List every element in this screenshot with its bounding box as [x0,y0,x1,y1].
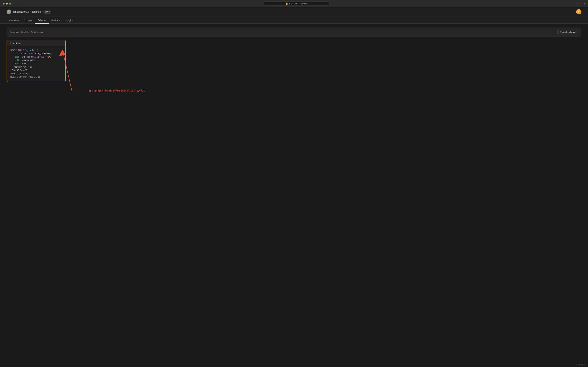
lock-icon: 🔒 [285,2,288,5]
grid-icon[interactable]: ⊞ [583,2,585,5]
tab-overview[interactable]: Overview [7,17,21,24]
tab-schema[interactable]: Schema [35,17,49,24]
close-btn[interactable] [3,3,5,5]
tab-console[interactable]: Console [21,17,35,24]
annotation-container: ⊞ mytable CREATE TABLE `mytable` ( `id` … [7,40,581,82]
nav-back-icon[interactable]: ‹ [14,2,15,5]
table-name: mytable [13,42,21,44]
nav-forward-icon[interactable]: › [17,2,17,5]
maximize-btn[interactable] [9,3,11,5]
sep1: / [30,10,31,13]
schema-card: ⊞ mytable CREATE TABLE `mytable` ( `id` … [7,40,66,82]
ddl-line-7: ) ENGINE InnoDB, [9,69,63,72]
breadcrumb: panpan190419 / psfirstdb / dev ▾ [12,10,51,14]
tab-insights[interactable]: Insights [63,17,76,24]
new-tab-icon[interactable]: + [580,2,581,5]
avatar[interactable]: P [576,9,581,14]
main-content: Schema last updated 2 minutes ago Refres… [0,24,588,361]
code-block: CREATE TABLE `mytable` ( `id` int NOT NU… [7,46,65,82]
schema-status-text: Schema last updated 2 minutes ago [10,31,44,33]
ddl-line-8: CHARSET utf8mb4, [9,72,63,75]
chevron-down-icon: ▾ [49,11,50,13]
annotation-text: 在 Schema 中即可查看到刚刚创建的表结构 [89,89,145,93]
ddl-line-3: `col1` int NOT NULL DEFAULT '1', [9,56,63,59]
ddl-line-1: CREATE TABLE `mytable` ( [9,49,63,52]
schema-card-header: ⊞ mytable [7,40,65,46]
branch-selector[interactable]: dev ▾ [43,10,51,14]
ddl-line-2: `id` int NOT NULL AUTO_INCREMENT, [9,52,63,55]
org-link[interactable]: panpan190419 [12,10,29,13]
watermark: CSDN @小... [576,363,586,366]
kw-create-table: CREATE TABLE [9,49,25,52]
share-icon[interactable]: ⬆ [576,2,578,5]
sep2: / [42,10,43,13]
browser-chrome: ‹ › 🔒 app.planetscale.com ⬆ + ⊞ [0,0,588,7]
ddl-line-5: `col3` date, [9,62,63,66]
svg-point-1 [8,11,9,12]
app-header: panpan190419 / psfirstdb / dev ▾ P [0,7,588,17]
window-controls [3,3,11,5]
table-icon: ⊞ [9,42,11,44]
logo[interactable] [7,9,11,14]
refresh-schema-button[interactable]: Refresh schema [557,30,578,34]
ddl-line-6: PRIMARY KEY (`id`) [9,66,63,69]
ddl-line-4: `col2` varchar(45), [9,59,63,62]
tab-backups[interactable]: Backups [49,17,63,24]
branch-name: dev [45,10,48,13]
ddl-line-9: COLLATE utf8mb4_0900_ai_ci; [9,75,63,79]
schema-status-bar: Schema last updated 2 minutes ago Refres… [7,27,581,37]
nav-tabs: Overview Console Schema Backups Insights [0,17,588,24]
address-bar[interactable]: 🔒 app.planetscale.com [264,1,330,6]
header-left: panpan190419 / psfirstdb / dev ▾ [7,9,51,14]
db-link[interactable]: psfirstdb [32,10,41,13]
minimize-btn[interactable] [6,3,8,5]
tbl-name: `mytable` [25,49,36,52]
